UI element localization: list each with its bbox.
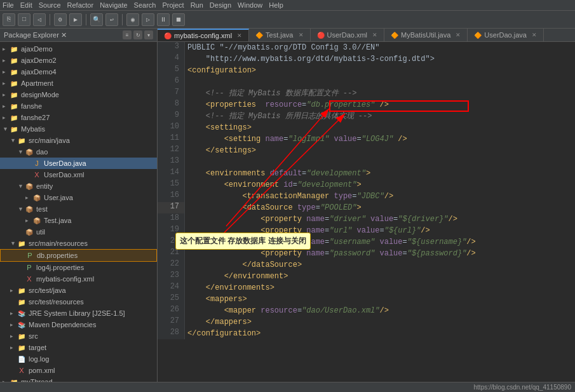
- menu-edit[interactable]: Edit: [20, 1, 32, 9]
- menu-design[interactable]: Design: [210, 1, 231, 9]
- menu-project[interactable]: Project: [162, 1, 184, 9]
- line-code-25[interactable]: <mappers>: [185, 294, 575, 305]
- line-number-10: 10: [158, 122, 185, 133]
- sidebar-item-28[interactable]: Xpom.xml: [0, 365, 157, 376]
- sidebar-item-6[interactable]: ▸📁fanshe27: [0, 112, 157, 123]
- toolbar-btn-2[interactable]: □: [18, 13, 30, 26]
- tab-close-0[interactable]: ✕: [237, 32, 242, 39]
- menu-help[interactable]: Help: [269, 1, 283, 9]
- sidebar-item-2[interactable]: ▸📁ajaxDemo4: [0, 66, 157, 78]
- toolbar-btn-7[interactable]: ↩: [105, 13, 118, 26]
- code-line-24: 24 </environments>: [158, 282, 575, 294]
- sidebar-item-25[interactable]: ▸📁src: [0, 330, 157, 342]
- tab-icon-3: 🔶: [391, 32, 398, 39]
- sidebar-item-11[interactable]: XUserDao.xml: [0, 169, 157, 180]
- sidebar-item-20[interactable]: Xmybatis-config.xml: [0, 273, 157, 285]
- sidebar-item-9[interactable]: ▼📦dao: [0, 146, 157, 158]
- sidebar-item-17[interactable]: ▼📁src/main/resources: [0, 238, 157, 249]
- line-code-8[interactable]: <properties resource="db.properties" />: [185, 99, 575, 111]
- line-code-5[interactable]: <configuration>: [185, 65, 575, 76]
- sidebar-item-3[interactable]: ▸📁Apartment: [0, 78, 157, 89]
- tab-2[interactable]: 🔴UserDao.xml✕: [311, 29, 385, 41]
- line-code-23[interactable]: </environment>: [185, 271, 575, 282]
- toolbar-btn-9[interactable]: ▷: [142, 13, 154, 26]
- menu-navigate[interactable]: Navigate: [100, 1, 127, 9]
- sidebar-item-24[interactable]: ▸📚Maven Dependencies: [0, 319, 157, 330]
- sidebar-item-15[interactable]: ▸📦Test.java: [0, 215, 157, 226]
- toolbar-btn-8[interactable]: ◉: [126, 13, 139, 26]
- line-code-11[interactable]: <setting name="logImpl" value="LOG4J" />: [185, 133, 575, 145]
- menu-icon[interactable]: ▾: [144, 30, 153, 39]
- toolbar-btn-4[interactable]: ⚙: [54, 13, 67, 26]
- line-code-27[interactable]: </mappers>: [185, 316, 575, 328]
- line-code-20[interactable]: <property name="username" value="${usern…: [185, 236, 575, 248]
- line-code-22[interactable]: </dataSource>: [185, 259, 575, 271]
- toolbar-btn-1[interactable]: ⎘: [3, 13, 15, 26]
- collapse-icon[interactable]: ≡: [123, 30, 132, 39]
- sidebar-item-26[interactable]: ▸📁target: [0, 342, 157, 353]
- tab-close-1[interactable]: ✕: [299, 32, 304, 38]
- line-code-28[interactable]: </configuration>: [185, 328, 575, 339]
- sidebar-item-18[interactable]: Pdb.properties: [0, 249, 157, 262]
- line-code-10[interactable]: <settings>: [185, 122, 575, 133]
- line-code-18[interactable]: <property name="driver" value="${driver}…: [185, 213, 575, 225]
- line-number-19: 19: [158, 225, 185, 236]
- toolbar-btn-5[interactable]: ▶: [69, 13, 82, 26]
- sidebar-item-4[interactable]: ▸📁designMode: [0, 89, 157, 100]
- menu-window[interactable]: Window: [238, 1, 262, 9]
- sidebar-item-8[interactable]: ▼📁src/main/java: [0, 135, 157, 146]
- sidebar-item-23[interactable]: ▸📚JRE System Library [J2SE-1.5]: [0, 308, 157, 319]
- sidebar-item-21[interactable]: ▸📁src/test/java: [0, 285, 157, 296]
- tree-label: Maven Dependencies: [29, 321, 96, 328]
- tab-3[interactable]: 🔶MyBatisUtil.java✕: [384, 29, 468, 41]
- line-code-12[interactable]: </settings>: [185, 145, 575, 156]
- menu-source[interactable]: Source: [39, 1, 61, 9]
- sidebar-item-19[interactable]: Plog4j.properties: [0, 262, 157, 273]
- line-code-24[interactable]: </environments>: [185, 282, 575, 294]
- sidebar-item-1[interactable]: ▸📁ajaxDemo2: [0, 55, 157, 66]
- menu-search[interactable]: Search: [134, 1, 156, 9]
- sidebar-item-13[interactable]: ▸📦User.java: [0, 192, 157, 203]
- line-code-15[interactable]: <environment id="development">: [185, 179, 575, 191]
- line-number-28: 28: [158, 328, 185, 339]
- menu-refactor[interactable]: Refactor: [67, 1, 94, 9]
- sidebar-item-29[interactable]: ▸📁myThread: [0, 376, 157, 382]
- line-code-6[interactable]: [185, 76, 575, 88]
- line-code-9[interactable]: <!-- 指定 MyBatis 所用日志的具体实现 -->: [185, 111, 575, 122]
- sidebar-item-27[interactable]: 📄log.log: [0, 353, 157, 365]
- line-code-4[interactable]: "http://www.mybatis.org/dtd/mybatis-3-co…: [185, 53, 575, 65]
- tab-close-3[interactable]: ✕: [456, 32, 461, 38]
- line-code-26[interactable]: <mapper resource="dao/UserDao.xml"/>: [185, 305, 575, 316]
- sidebar-item-7[interactable]: ▼📁Mybatis: [0, 123, 157, 135]
- tab-close-2[interactable]: ✕: [372, 32, 377, 38]
- sidebar-item-0[interactable]: ▸📁ajaxDemo: [0, 43, 157, 55]
- line-code-7[interactable]: <!-- 指定 MyBatis 数据库配置文件 -->: [185, 88, 575, 99]
- toolbar-btn-11[interactable]: ⏹: [172, 13, 185, 26]
- sidebar-item-14[interactable]: ▼📦test: [0, 203, 157, 215]
- code-editor[interactable]: 3PUBLIC "-//mybatis.org/DTD Config 3.0//…: [158, 42, 575, 382]
- line-code-19[interactable]: <property name="url" value="${url}"/>: [185, 225, 575, 236]
- line-number-27: 27: [158, 316, 185, 328]
- tab-0[interactable]: 🔴mybatis-config.xml✕: [158, 29, 249, 41]
- line-code-21[interactable]: <property name="password" value="${passw…: [185, 248, 575, 259]
- toolbar-btn-10[interactable]: ⏸: [157, 13, 170, 26]
- tab-4[interactable]: 🔶UserDao.java✕: [468, 29, 544, 41]
- menu-run[interactable]: Run: [191, 1, 203, 9]
- sidebar-item-16[interactable]: 📦util: [0, 226, 157, 238]
- line-code-16[interactable]: <transactionManager type="JDBC"/>: [185, 191, 575, 202]
- line-code-14[interactable]: <environments default="development">: [185, 168, 575, 179]
- toolbar-btn-3[interactable]: ◁: [33, 13, 46, 26]
- tab-close-4[interactable]: ✕: [532, 32, 537, 38]
- sidebar-item-10[interactable]: JUserDao.java: [0, 158, 157, 169]
- tree-arrow-icon: ▸: [3, 57, 9, 64]
- line-code-3[interactable]: PUBLIC "-//mybatis.org/DTD Config 3.0//E…: [185, 42, 575, 53]
- toolbar-btn-6[interactable]: 🔍: [90, 13, 103, 26]
- sidebar-item-12[interactable]: ▼📦entity: [0, 180, 157, 192]
- sync-icon[interactable]: ↻: [133, 30, 142, 39]
- sidebar-item-22[interactable]: 📁src/test/resources: [0, 296, 157, 308]
- line-code-13[interactable]: [185, 156, 575, 168]
- sidebar-item-5[interactable]: ▸📁fanshe: [0, 100, 157, 112]
- menu-file[interactable]: File: [3, 1, 14, 9]
- line-code-17[interactable]: <dataSource type="POOLED">: [185, 202, 575, 213]
- tab-1[interactable]: 🔶Test.java✕: [249, 29, 310, 41]
